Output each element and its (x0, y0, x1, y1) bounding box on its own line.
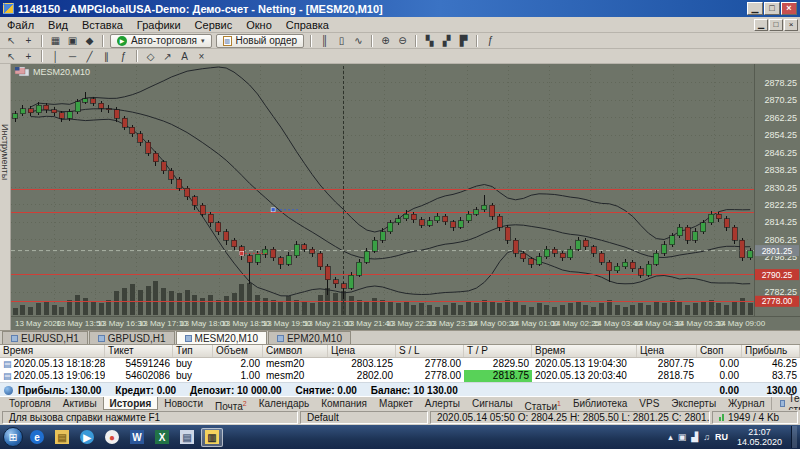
history-cell: ▤2020.05.13 18:18:28 (0, 358, 105, 370)
minimize-button[interactable]: ▁ (747, 2, 763, 15)
candles-chart-icon[interactable]: ▯ (333, 34, 350, 47)
text-icon[interactable]: A (176, 50, 193, 63)
new-order-button[interactable]: ▥Новый ордер (216, 34, 305, 48)
history-row[interactable]: ▤2020.05.13 19:06:1954602086buy1.00mesm2… (0, 370, 800, 382)
new-chart-icon[interactable]: ▦ (47, 34, 64, 47)
shapes-icon[interactable]: ◇ (142, 50, 159, 63)
media-player-icon[interactable]: ▶ (76, 428, 98, 447)
crosshair-icon[interactable]: + (20, 50, 37, 63)
toolbox-panel-icon[interactable]: ▣ (64, 34, 81, 47)
fibonacci-icon[interactable]: ƒ (115, 50, 132, 63)
history-column-header[interactable]: Цена (637, 345, 697, 357)
status-profile[interactable]: Default (300, 411, 428, 424)
arrows-icon[interactable]: ↗ (159, 50, 176, 63)
line-chart-icon[interactable]: ∿ (350, 34, 367, 47)
toolbox-tab-календарь[interactable]: Календарь (253, 397, 315, 410)
excel-icon[interactable]: X (151, 428, 173, 447)
history-row[interactable]: ▤2020.05.13 18:18:2854591246buy2.00mesm2… (0, 358, 800, 370)
history-column-header[interactable]: Время (532, 345, 637, 357)
show-desktop-button[interactable] (791, 426, 797, 448)
mdi-minimize-button[interactable]: ▁ (754, 19, 768, 31)
hidden-icons-button[interactable]: ▴ (668, 432, 673, 442)
channel-icon[interactable]: ∥ (98, 50, 115, 63)
history-column-header[interactable]: Прибыль (742, 345, 800, 357)
history-column-header[interactable]: Тикет (105, 345, 173, 357)
menu-1[interactable]: Вид (41, 19, 75, 31)
toolbox-tab-сигналы[interactable]: Сигналы (466, 397, 519, 410)
indicators-icon[interactable]: ƒ (482, 34, 499, 47)
arrange-windows-icon[interactable]: ▛ (455, 34, 472, 47)
summary-part: Баланс: 10 130.00 (371, 385, 458, 396)
history-column-header[interactable]: Время (0, 345, 105, 357)
toolbox-tab-статьи[interactable]: Статьи1 (519, 397, 567, 410)
history-column-header[interactable]: S / L (396, 345, 464, 357)
history-column-header[interactable]: T / P (464, 345, 532, 357)
vertical-line-icon[interactable]: │ (47, 50, 64, 63)
metatrader-icon[interactable]: ▥ (201, 428, 223, 447)
price-chart[interactable]: 2878.252870.252862.252854.252846.252838.… (11, 64, 800, 330)
toolbox-tab-журнал[interactable]: Журнал (722, 397, 771, 410)
chrome-browser-icon[interactable]: ● (101, 428, 123, 447)
bars-chart-icon[interactable]: ║ (316, 34, 333, 47)
candles (13, 92, 753, 299)
delete-objects-icon[interactable]: × (193, 50, 210, 63)
tile-windows-icon[interactable]: ▚ (421, 34, 438, 47)
toolbox-tab-алерты[interactable]: Алерты (419, 397, 466, 410)
mdi-close-button[interactable]: × (784, 19, 798, 31)
navigator-panel-icon[interactable]: ◆ (81, 34, 98, 47)
autotrade-button[interactable]: ▶Авто-торговля▾ (110, 34, 212, 48)
notepad-icon[interactable]: ▤ (176, 428, 198, 447)
toolbox-tab-история[interactable]: История (103, 397, 159, 410)
mdi-restore-button[interactable]: □ (769, 19, 783, 31)
horizontal-line-icon[interactable]: ─ (64, 50, 81, 63)
cursor-icon[interactable]: ↖ (3, 34, 20, 47)
toolbox-tab-компания[interactable]: Компания (315, 397, 373, 410)
trendline-icon[interactable]: ╱ (81, 50, 98, 63)
volume-tray-icon[interactable]: ♫ (703, 432, 710, 442)
close-button[interactable]: × (781, 2, 797, 15)
symbol-tab-mesm20[interactable]: MESM20,M10 (176, 331, 267, 344)
word-icon[interactable]: W (126, 428, 148, 447)
symbol-tab-gbpusd[interactable]: GBPUSD,H1 (89, 331, 175, 344)
toolbox-tab-библиотека[interactable]: Библиотека (567, 397, 633, 410)
time-axis-label: 13 May 2020 (15, 319, 62, 328)
symbol-tab-epm20[interactable]: EPM20,M10 (268, 331, 351, 344)
toolbox-tab-почта[interactable]: Почта2 (209, 397, 253, 410)
menu-0[interactable]: Файл (0, 19, 41, 31)
menu-4[interactable]: Сервис (188, 19, 240, 31)
history-column-header[interactable]: Символ (263, 345, 328, 357)
ie-browser-icon[interactable]: e (26, 428, 48, 447)
price-axis-label: 2814.25 (764, 217, 797, 227)
menu-5[interactable]: Окно (239, 19, 279, 31)
language-indicator[interactable]: RU (715, 432, 728, 442)
zoom-out-icon[interactable]: ⊖ (394, 34, 411, 47)
toolbox-tab-торговля[interactable]: Торговля (3, 397, 57, 410)
toolbox-tab-эксперты[interactable]: Эксперты (665, 397, 722, 410)
taskbar-clock[interactable]: 21:07 14.05.2020 (733, 427, 786, 447)
history-column-header[interactable]: Тип (173, 345, 213, 357)
explorer-folder-icon[interactable]: ▤ (51, 428, 73, 447)
antivirus-tray-icon[interactable]: ▣ (678, 432, 687, 442)
menu-3[interactable]: Графики (130, 19, 188, 31)
history-column-header[interactable]: Цена (328, 345, 396, 357)
network-tray-icon[interactable]: ▟ (691, 432, 698, 442)
toolbox-tab-активы[interactable]: Активы (57, 397, 103, 410)
history-column-header[interactable]: Объем (213, 345, 263, 357)
maximize-button[interactable]: □ (764, 2, 780, 15)
symbol-tab-eurusd[interactable]: EURUSD,H1 (2, 331, 88, 344)
toolbox-tab-маркет[interactable]: Маркет (373, 397, 419, 410)
toolbox-tab-новости[interactable]: Новости (158, 397, 209, 410)
cursor-icon[interactable]: ↖ (3, 50, 20, 63)
menu-2[interactable]: Вставка (75, 19, 130, 31)
history-column-header[interactable]: Своп (697, 345, 742, 357)
cascade-windows-icon[interactable]: ▞ (438, 34, 455, 47)
toolbox-collapsed-tab[interactable]: Инструменты (0, 64, 11, 330)
status-help-text: Для вызова справки нажмите F1 (2, 411, 298, 424)
menu-6[interactable]: Справка (279, 19, 336, 31)
crosshair-icon[interactable]: + (20, 34, 37, 47)
zoom-in-icon[interactable]: ⊕ (377, 34, 394, 47)
excel-icon-glyph: X (155, 430, 169, 444)
toolbox-tab-vps[interactable]: VPS (633, 397, 665, 410)
strategy-tester-tab[interactable]: Тестер стратегий (771, 397, 800, 410)
start-button[interactable]: ⊞ (3, 427, 23, 447)
